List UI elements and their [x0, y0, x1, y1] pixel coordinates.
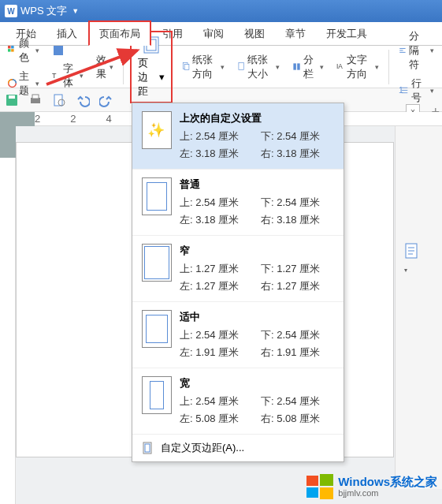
chevron-down-icon: ▾ [320, 63, 324, 71]
chevron-down-icon: ▾ [430, 87, 434, 95]
breaks-icon [399, 44, 407, 57]
svg-rect-13 [297, 63, 299, 69]
columns-icon [292, 61, 301, 73]
preset-right: 右: 1.91 厘米 [261, 345, 334, 360]
svg-rect-28 [306, 487, 318, 498]
margins-custom[interactable]: 自定义页边距(A)... [132, 435, 344, 461]
shape-button[interactable] [49, 43, 87, 58]
chevron-down-icon: ▾ [35, 47, 39, 54]
app-logo: W [5, 5, 17, 17]
chevron-down-icon: ▾ [35, 80, 39, 88]
page-properties-icon[interactable]: ▾ [404, 243, 420, 260]
tab-view[interactable]: 视图 [235, 22, 274, 45]
chevron-down-icon: ▾ [276, 63, 280, 71]
font-label: 字体 [63, 62, 77, 90]
colors-button[interactable]: 颜色▾ [5, 35, 43, 66]
custom-margins-icon [142, 442, 154, 454]
font-button[interactable]: T 字体▾ [49, 60, 87, 91]
print-icon[interactable] [28, 93, 43, 107]
preset-thumb-icon [142, 310, 172, 348]
chevron-down-icon: ▾ [110, 63, 113, 71]
colors-label: 颜色 [19, 36, 33, 65]
preset-right: 右: 3.18 厘米 [261, 147, 334, 161]
line-number-icon: 1 [399, 84, 409, 97]
watermark-url: bjjmlv.com [338, 488, 437, 498]
svg-rect-3 [11, 49, 13, 51]
ruler-margin [0, 112, 35, 126]
preset-right: 右: 5.08 厘米 [261, 412, 334, 426]
preset-bottom: 下: 1.27 厘米 [261, 262, 334, 276]
preset-bottom: 下: 2.54 厘米 [261, 394, 334, 409]
orientation-button[interactable]: 纸张方向▾ [179, 51, 228, 83]
direction-label: 文字方向 [347, 53, 373, 81]
tab-review[interactable]: 审阅 [194, 22, 233, 45]
tab-page-layout[interactable]: 页面布局 [88, 21, 151, 46]
effect-button[interactable]: 效果▾ [93, 51, 117, 83]
ruler-tick: 2 [35, 113, 40, 125]
redo-icon[interactable] [99, 93, 113, 107]
preset-top: 上: 2.54 厘米 [180, 196, 253, 210]
chevron-down-icon: ▾ [80, 72, 84, 80]
colors-icon [8, 44, 17, 57]
preset-top: 上: 1.27 厘米 [180, 262, 253, 276]
breaks-button[interactable]: 分隔符▾ [396, 28, 437, 73]
size-label: 纸张大小 [247, 53, 273, 81]
orientation-icon [182, 61, 190, 73]
svg-text:IA: IA [336, 63, 343, 70]
app-dropdown-icon[interactable]: ▼ [72, 7, 79, 15]
line-numbers-button[interactable]: 1 行号▾ [396, 75, 437, 106]
preset-top: 上: 2.54 厘米 [180, 328, 253, 342]
margins-label: 页边距 [138, 56, 158, 99]
preset-bottom: 下: 2.54 厘米 [261, 196, 334, 210]
watermark: Windows系统之家 bjjmlv.com [306, 474, 437, 499]
chevron-down-icon: ▾ [375, 63, 379, 71]
columns-button[interactable]: 分栏▾ [289, 51, 327, 83]
ruler-tick: 2 [70, 113, 76, 125]
title-bar: W WPS 文字 ▼ [0, 0, 442, 22]
tab-developer[interactable]: 开发工具 [317, 22, 377, 45]
svg-rect-26 [306, 476, 318, 486]
direction-button[interactable]: IA 文字方向▾ [333, 51, 382, 83]
separator [388, 50, 389, 84]
preset-left: 左: 1.27 厘米 [180, 279, 253, 293]
text-direction-icon: IA [336, 61, 344, 73]
preset-left: 左: 1.91 厘米 [180, 345, 253, 360]
ruler-margin [0, 126, 16, 158]
svg-rect-1 [11, 46, 13, 48]
theme-icon [8, 77, 17, 90]
preset-right: 右: 1.27 厘米 [261, 279, 334, 293]
preset-title: 上次的自定义设置 [180, 111, 334, 125]
size-button[interactable]: 纸张大小▾ [234, 51, 283, 83]
font-icon: T [52, 69, 61, 82]
preset-left: 左: 3.18 厘米 [180, 147, 253, 161]
margins-preset-last[interactable]: 上次的自定义设置 上: 2.54 厘米 下: 2.54 厘米 左: 3.18 厘… [132, 103, 344, 170]
preset-title: 普通 [180, 177, 334, 192]
save-icon[interactable] [5, 93, 19, 107]
preset-thumb-icon [142, 376, 172, 414]
ribbon: 颜色▾ 主题▾ T 字体▾ 效果▾ 页边距▾ 纸张方向▾ 纸张大小▾ [0, 46, 442, 88]
vertical-ruler[interactable] [0, 126, 16, 504]
preset-title: 窄 [180, 244, 334, 258]
effect-label: 效果 [96, 53, 107, 81]
margins-preset-wide[interactable]: 宽 上: 2.54 厘米 下: 2.54 厘米 左: 5.08 厘米 右: 5.… [132, 368, 344, 435]
preset-left: 左: 5.08 厘米 [180, 412, 253, 426]
margins-preset-normal[interactable]: 普通 上: 2.54 厘米 下: 2.54 厘米 左: 3.18 厘米 右: 3… [132, 170, 344, 236]
preset-title: 宽 [180, 376, 334, 390]
undo-icon[interactable] [76, 93, 90, 107]
columns-label: 分栏 [303, 53, 318, 81]
orientation-label: 纸张方向 [192, 53, 218, 81]
preset-top: 上: 2.54 厘米 [180, 394, 253, 409]
svg-rect-29 [320, 487, 333, 499]
margins-preset-moderate[interactable]: 适中 上: 2.54 厘米 下: 2.54 厘米 左: 1.91 厘米 右: 1… [132, 302, 344, 368]
chevron-down-icon: ▾ [221, 63, 225, 71]
app-name: WPS 文字 [20, 4, 67, 18]
tab-sections[interactable]: 章节 [276, 22, 315, 45]
preset-top: 上: 2.54 厘米 [180, 129, 253, 144]
svg-rect-19 [32, 95, 39, 99]
margins-preset-narrow[interactable]: 窄 上: 1.27 厘米 下: 1.27 厘米 左: 1.27 厘米 右: 1.… [132, 236, 344, 302]
preview-icon[interactable] [52, 93, 66, 107]
chevron-down-icon: ▾ [404, 267, 407, 274]
right-panel: ▾ [395, 126, 442, 489]
line-numbers-label: 行号 [411, 77, 428, 105]
preset-bottom: 下: 2.54 厘米 [261, 129, 334, 144]
